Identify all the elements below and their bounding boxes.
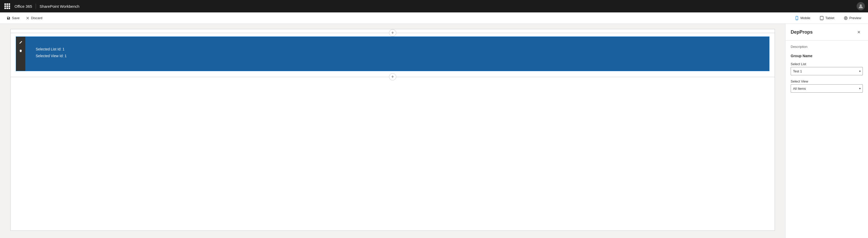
select-view-field: Select View All Items View 2 View 3 ▾ [790,80,863,93]
select-list-field: Select List Test 1 Test 2 Test 3 ▾ [790,62,863,75]
svg-point-2 [797,19,797,20]
office365-title: Office 365 [14,4,32,8]
mobile-label: Mobile [801,16,810,20]
side-panel: DepProps ✕ Description Group Name Select… [785,24,868,238]
tablet-button[interactable]: Tablet [817,15,837,21]
svg-point-0 [860,4,862,6]
canvas-area: + Sele [0,24,785,238]
select-view-dropdown[interactable]: All Items View 2 View 3 [790,84,863,93]
webpart-body: Selected List Id: 1 Selected View Id: 1 [25,37,769,71]
svg-point-4 [822,19,822,20]
webpart-edit-button[interactable] [17,39,24,46]
webpart-delete-button[interactable] [17,47,24,54]
svg-point-6 [845,17,846,19]
side-panel-title: DepProps [790,29,855,35]
select-list-dropdown[interactable]: Test 1 Test 2 Test 3 [790,67,863,75]
tablet-icon [819,16,824,20]
select-list-wrapper: Test 1 Test 2 Test 3 ▾ [790,67,863,75]
workbench-title: SharePoint Workbench [39,4,80,8]
description-label: Description [790,45,863,49]
delete-icon [19,49,23,53]
canvas-frame: + Sele [10,29,775,231]
add-icon-bottom: + [391,75,394,79]
select-list-label: Select List [790,62,863,66]
mobile-icon [795,16,799,20]
preview-label: Preview [849,16,861,20]
user-avatar[interactable] [857,2,865,10]
side-panel-header: DepProps ✕ [785,24,868,40]
discard-label: Discard [31,16,42,20]
add-zone-top: + [10,29,775,36]
selected-view-text: Selected View Id: 1 [36,54,759,58]
preview-icon [844,16,848,20]
add-icon-top: + [391,31,394,35]
select-view-label: Select View [790,80,863,83]
close-icon: ✕ [857,30,861,35]
top-bar: Office 365 SharePoint Workbench [0,0,868,12]
save-label: Save [12,16,20,20]
side-panel-body: Description Group Name Select List Test … [785,40,868,238]
toolbar: Save Discard Mobile Tablet [0,12,868,24]
add-zone-bottom: + [10,73,775,81]
toolbar-right: Mobile Tablet Preview [792,15,864,21]
side-panel-close-button[interactable]: ✕ [855,28,863,36]
mobile-button[interactable]: Mobile [792,15,813,21]
webpart-container: Selected List Id: 1 Selected View Id: 1 [16,36,770,71]
discard-button[interactable]: Discard [23,15,45,21]
selected-list-text: Selected List Id: 1 [36,47,759,51]
discard-icon [26,16,30,20]
tablet-label: Tablet [825,16,834,20]
add-zone-btn-bottom[interactable]: + [389,73,396,81]
svg-point-5 [844,17,847,20]
edit-icon [19,40,23,44]
save-button[interactable]: Save [4,15,22,21]
waffle-menu-icon[interactable] [3,2,11,10]
group-name-label: Group Name [790,54,863,58]
save-icon [7,16,10,20]
main-content: + Sele [0,24,868,238]
add-zone-btn-top[interactable]: + [389,29,396,36]
select-view-wrapper: All Items View 2 View 3 ▾ [790,84,863,93]
webpart-controls [16,37,25,71]
top-bar-divider [36,4,36,9]
preview-button[interactable]: Preview [841,15,864,21]
